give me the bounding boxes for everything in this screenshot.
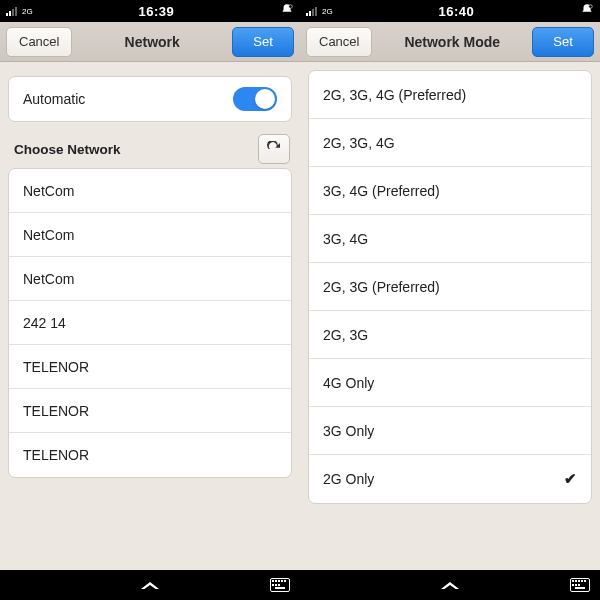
status-bar: 2G 16:40 — [300, 0, 600, 22]
screen-network: 2G 16:39 Cancel Network Set Automatic — [0, 0, 300, 570]
notification-icon — [580, 3, 594, 19]
drawer-up-icon[interactable] — [441, 582, 459, 589]
set-button[interactable]: Set — [532, 27, 594, 57]
page-title: Network — [72, 34, 232, 50]
signal-icon — [6, 7, 17, 16]
list-item[interactable]: TELENOR — [9, 389, 291, 433]
keyboard-icon[interactable] — [270, 578, 290, 592]
list-item[interactable]: 2G, 3G, 4G (Preferred) — [309, 71, 591, 119]
bottom-bar — [0, 570, 600, 600]
svg-point-0 — [289, 5, 293, 9]
svg-point-1 — [589, 5, 593, 9]
automatic-label: Automatic — [23, 91, 233, 107]
list-item[interactable]: 3G, 4G — [309, 215, 591, 263]
list-item[interactable]: 4G Only — [309, 359, 591, 407]
list-item[interactable]: NetCom — [9, 257, 291, 301]
header-bar: Cancel Network Mode Set — [300, 22, 600, 62]
list-item[interactable]: 3G, 4G (Preferred) — [309, 167, 591, 215]
screen-network-mode: 2G 16:40 Cancel Network Mode Set 2G, 3G,… — [300, 0, 600, 570]
refresh-icon — [266, 141, 282, 157]
clock: 16:39 — [138, 4, 174, 19]
list-item[interactable]: TELENOR — [9, 433, 291, 477]
list-item[interactable]: 2G Only ✔ — [309, 455, 591, 503]
network-type-label: 2G — [22, 7, 33, 16]
mode-list: 2G, 3G, 4G (Preferred) 2G, 3G, 4G 3G, 4G… — [308, 70, 592, 504]
list-item[interactable]: 3G Only — [309, 407, 591, 455]
checkmark-icon: ✔ — [564, 470, 577, 488]
choose-network-heading: Choose Network — [14, 142, 121, 157]
clock: 16:40 — [438, 4, 474, 19]
list-item[interactable]: NetCom — [9, 169, 291, 213]
cancel-button[interactable]: Cancel — [6, 27, 72, 57]
list-item[interactable]: TELENOR — [9, 345, 291, 389]
header-bar: Cancel Network Set — [0, 22, 300, 62]
network-list: NetCom NetCom NetCom 242 14 TELENOR TELE… — [8, 168, 292, 478]
page-title: Network Mode — [372, 34, 532, 50]
automatic-row[interactable]: Automatic — [9, 77, 291, 121]
list-item[interactable]: 2G, 3G — [309, 311, 591, 359]
cancel-button[interactable]: Cancel — [306, 27, 372, 57]
status-bar: 2G 16:39 — [0, 0, 300, 22]
set-button[interactable]: Set — [232, 27, 294, 57]
drawer-up-icon[interactable] — [141, 582, 159, 589]
refresh-button[interactable] — [258, 134, 290, 164]
list-item[interactable]: 2G, 3G, 4G — [309, 119, 591, 167]
list-item[interactable]: NetCom — [9, 213, 291, 257]
network-type-label: 2G — [322, 7, 333, 16]
list-item[interactable]: 2G, 3G (Preferred) — [309, 263, 591, 311]
signal-icon — [306, 7, 317, 16]
keyboard-icon[interactable] — [570, 578, 590, 592]
automatic-switch[interactable] — [233, 87, 277, 111]
list-item[interactable]: 242 14 — [9, 301, 291, 345]
notification-icon — [280, 3, 294, 19]
